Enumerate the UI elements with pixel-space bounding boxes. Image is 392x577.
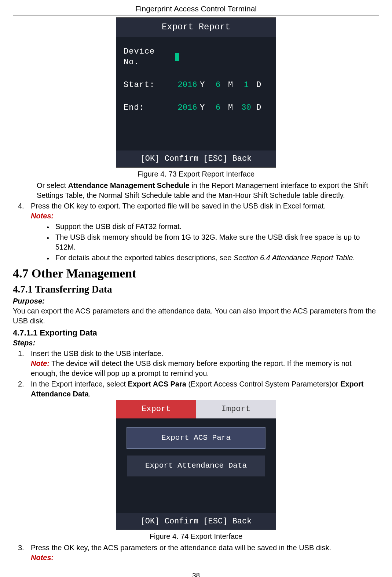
step-number: 2. xyxy=(13,379,31,399)
tab-import[interactable]: Import xyxy=(196,400,276,418)
device-footer-hint: [OK] Confirm [ESC] Back xyxy=(116,150,276,167)
bold-term: Attendance Management Schedule xyxy=(68,181,190,189)
device-title-bar: Export Report xyxy=(116,18,276,37)
purpose-label: Purpose: xyxy=(13,296,379,306)
step-text: Press the OK key, the ACS parameters or … xyxy=(31,544,331,552)
note-text: The device will detect the USB disk memo… xyxy=(31,359,351,377)
step-3-item: 3. Press the OK key, the ACS parameters … xyxy=(13,543,379,563)
heading-transferring-data: 4.7.1 Transferring Data xyxy=(13,283,379,296)
day-unit: D xyxy=(256,102,264,113)
start-month-value[interactable]: 6 xyxy=(208,80,228,91)
figure-export-report-device: Export Report Device No. Start: 2016 Y 6… xyxy=(116,17,276,168)
step-1-item: 1. Insert the USB disk to the USB interf… xyxy=(13,349,379,378)
text-fragment: Or select xyxy=(37,181,68,189)
device-footer-hint: [OK] Confirm [ESC] Back xyxy=(116,513,276,530)
option-export-acs-para[interactable]: Export ACS Para xyxy=(127,428,265,448)
figure-caption-74: Figure 4. 74 Export Interface xyxy=(13,531,379,541)
device-no-input-cursor[interactable] xyxy=(175,53,179,61)
note-bullet: For details about the exported tables de… xyxy=(53,253,379,263)
text-fragment: For details about the exported tables de… xyxy=(55,254,234,262)
figure-title: Export Interface xyxy=(191,532,242,540)
step-number: 4. xyxy=(13,201,31,221)
end-day-value[interactable]: 30 xyxy=(236,102,256,113)
year-unit: Y xyxy=(200,80,208,91)
steps-label: Steps: xyxy=(13,338,379,348)
step-4-item: 4. Press the OK key to export. The expor… xyxy=(13,201,379,221)
month-unit: M xyxy=(228,102,236,113)
figure-export-interface-device: Export Import Export ACS Para Export Att… xyxy=(116,400,276,530)
notes-bullets: Support the USB disk of FAT32 format. Th… xyxy=(13,222,379,263)
text-fragment: . xyxy=(89,390,91,398)
note-bullet: Support the USB disk of FAT32 format. xyxy=(53,222,379,232)
notes-label: Notes: xyxy=(31,212,54,220)
figure-number: Figure 4. 74 xyxy=(150,532,189,540)
day-unit: D xyxy=(256,80,264,91)
device-no-label: Device No. xyxy=(124,46,175,68)
month-unit: M xyxy=(228,80,236,91)
start-year-value[interactable]: 2016 xyxy=(175,80,200,91)
step-text: Insert the USB disk to the USB interface… xyxy=(31,349,163,358)
text-fragment: (Export Access Control System Parameters… xyxy=(186,380,340,388)
purpose-text: You can export the ACS parameters and th… xyxy=(13,306,379,326)
text-fragment: . xyxy=(353,254,355,262)
note-bullet: The USB disk memory should be from 1G to… xyxy=(53,232,379,252)
step-number: 3. xyxy=(13,543,31,563)
note-label: Note: xyxy=(31,359,50,367)
bold-term: Export ACS Para xyxy=(128,380,186,388)
section-reference: Section 6.4 Attendance Report Table xyxy=(234,254,353,262)
header-divider xyxy=(13,15,379,15)
running-header: Fingerprint Access Control Terminal xyxy=(13,4,379,15)
year-unit: Y xyxy=(200,102,208,113)
heading-other-management: 4.7 Other Management xyxy=(13,265,379,282)
step-number: 1. xyxy=(13,349,31,378)
page-number: 38 xyxy=(13,571,379,577)
notes-label: Notes: xyxy=(31,554,54,562)
figure-number: Figure 4. 73 xyxy=(138,170,177,178)
paragraph-after-figure: Or select Attendance Management Schedule… xyxy=(37,181,379,200)
end-month-value[interactable]: 6 xyxy=(208,102,228,113)
tab-export[interactable]: Export xyxy=(116,400,196,418)
option-export-attendance-data[interactable]: Export Attendance Data xyxy=(127,456,265,476)
start-label: Start: xyxy=(124,80,175,91)
end-label: End: xyxy=(124,102,175,113)
heading-exporting-data: 4.7.1.1 Exporting Data xyxy=(13,327,379,338)
figure-caption-73: Figure 4. 73 Export Report Interface xyxy=(13,169,379,179)
start-day-value[interactable]: 1 xyxy=(236,80,256,91)
step-text: Press the OK key to export. The exported… xyxy=(31,202,326,210)
text-fragment: In the Export interface, select xyxy=(31,380,128,388)
figure-title: Export Report Interface xyxy=(179,170,254,178)
step-2-item: 2. In the Export interface, select Expor… xyxy=(13,379,379,399)
end-year-value[interactable]: 2016 xyxy=(175,102,200,113)
